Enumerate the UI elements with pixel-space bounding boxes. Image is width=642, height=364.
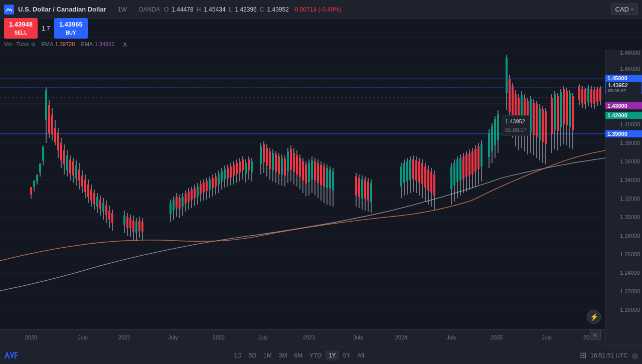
svg-rect-169 [293, 153, 295, 172]
tf-5y[interactable]: 5Y [340, 350, 354, 360]
time-label-july2022: July [258, 334, 268, 340]
time-label-2020: 2020 [25, 334, 37, 340]
svg-rect-173 [299, 158, 301, 177]
settings-icon[interactable]: ◎ [632, 351, 638, 359]
svg-rect-303 [569, 93, 571, 127]
svg-rect-165 [287, 151, 289, 171]
svg-rect-157 [275, 154, 277, 172]
svg-rect-249 [474, 149, 476, 171]
ema1-indicator: EMA 1.39728 [42, 41, 75, 48]
tf-1m[interactable]: 1M [260, 350, 275, 360]
svg-rect-209 [400, 166, 402, 187]
svg-rect-321 [599, 88, 601, 101]
chevron-down-icon: ▾ [631, 7, 633, 12]
tf-6m[interactable]: 6M [291, 350, 305, 360]
tf-all[interactable]: All [355, 350, 367, 360]
timeframe-badge[interactable]: 1W [118, 6, 127, 13]
svg-rect-155 [272, 153, 274, 170]
svg-rect-177 [305, 164, 307, 184]
lightning-button[interactable]: ⚡ [587, 310, 601, 324]
svg-rect-83 [132, 221, 134, 232]
svg-rect-317 [593, 90, 595, 104]
svg-rect-71 [105, 206, 107, 215]
svg-rect-307 [578, 86, 580, 100]
time-display: 16:51:51 UTC [590, 352, 628, 359]
svg-rect-205 [367, 181, 369, 201]
eye-icon[interactable]: ⊘ [31, 41, 36, 48]
svg-rect-289 [545, 111, 547, 144]
price-axis: 1.48000 1.46000 1.44000 1.43000 1.42000 … [605, 50, 642, 329]
svg-rect-139 [242, 159, 244, 170]
tf-5d[interactable]: 5D [246, 350, 259, 360]
svg-rect-215 [409, 160, 411, 180]
currency-dropdown[interactable]: CAD ▾ [611, 4, 638, 15]
svg-rect-207 [370, 183, 372, 202]
svg-rect-309 [581, 89, 583, 103]
tf-3m[interactable]: 3M [276, 350, 290, 360]
buy-price: 1.43965 [59, 20, 83, 29]
change-pct: (-0.49%) [318, 6, 342, 13]
goto-realtime-button[interactable]: ◎ [590, 329, 601, 340]
svg-rect-95 [176, 197, 178, 208]
svg-rect-97 [179, 198, 181, 209]
svg-rect-199 [358, 178, 360, 197]
timeframes-toolbar: 1D 5D 1M 3M 6M YTD 1Y 5Y All [231, 350, 367, 360]
svg-rect-319 [596, 89, 598, 102]
svg-rect-147 [260, 146, 262, 164]
svg-rect-25 [36, 174, 38, 181]
tf-ytd[interactable]: YTD [306, 350, 325, 360]
tf-1d[interactable]: 1D [231, 350, 244, 360]
svg-rect-91 [170, 203, 172, 214]
svg-rect-261 [497, 114, 499, 140]
open-val: 1.44478 [172, 6, 193, 13]
tf-1y[interactable]: 1Y [326, 350, 339, 360]
svg-rect-107 [194, 188, 196, 198]
price-label-134: 1.34000 [620, 177, 640, 183]
svg-rect-131 [230, 166, 232, 177]
svg-rect-201 [361, 179, 363, 198]
svg-rect-167 [290, 149, 292, 170]
svg-rect-89 [141, 222, 143, 232]
svg-rect-235 [453, 163, 455, 186]
svg-rect-301 [566, 91, 568, 125]
svg-rect-145 [251, 161, 253, 172]
compare-icon[interactable]: ⊞ [580, 350, 586, 360]
collapse-button[interactable]: ∧ [122, 40, 127, 48]
svg-rect-183 [314, 161, 316, 180]
chart-area: 1.43952 05:08:07 [0, 50, 605, 329]
svg-rect-113 [203, 183, 205, 193]
tradingview-logo-icon [4, 5, 14, 15]
price-label-126: 1.26000 [620, 251, 640, 257]
svg-rect-119 [212, 178, 214, 188]
svg-rect-203 [364, 179, 366, 199]
buy-button[interactable]: 1.43965 BUY [54, 18, 88, 38]
time-label-july2025: July [542, 334, 552, 340]
svg-rect-81 [129, 218, 131, 228]
svg-rect-67 [99, 200, 101, 209]
svg-rect-211 [403, 163, 405, 183]
svg-rect-43 [63, 150, 65, 164]
time-label-2021: 2021 [118, 334, 130, 340]
svg-rect-153 [269, 151, 271, 169]
time-label-july2024: July [446, 334, 456, 340]
svg-rect-287 [542, 109, 544, 142]
broker-badge: OANDA [138, 6, 160, 13]
svg-rect-229 [430, 171, 432, 193]
svg-rect-179 [308, 163, 310, 182]
svg-rect-49 [72, 161, 74, 175]
tooltip-box: 1.43952 05:08:07 [502, 115, 530, 136]
svg-rect-53 [78, 169, 80, 180]
time-label-2025: 2025 [491, 334, 503, 340]
svg-rect-239 [459, 158, 461, 180]
svg-rect-221 [418, 161, 420, 183]
svg-rect-109 [197, 187, 199, 197]
high-val: 1.45434 [204, 6, 225, 13]
svg-rect-291 [551, 98, 553, 134]
sell-button[interactable]: 1.43948 SELL [4, 18, 38, 38]
svg-rect-93 [173, 200, 175, 211]
svg-rect-195 [332, 171, 334, 191]
svg-rect-29 [42, 146, 44, 160]
svg-rect-127 [224, 169, 226, 179]
svg-rect-99 [182, 197, 184, 207]
svg-rect-267 [512, 86, 514, 119]
